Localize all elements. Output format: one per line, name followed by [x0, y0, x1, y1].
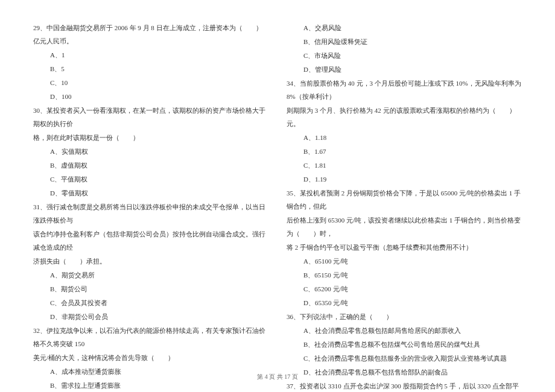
- q31-a: A、期货交易所: [33, 268, 268, 282]
- q35-a: A、65100 元/吨: [287, 254, 522, 268]
- q34-d: D、1.19: [287, 172, 522, 186]
- q33-c: C、市场风险: [287, 49, 522, 62]
- q36-a: A、社会消费品零售总额包括邮局售给居民的邮票收入: [287, 324, 522, 337]
- q34-b: B、1.67: [287, 145, 522, 158]
- q32-text1: 32、伊拉克战争以来，以石油为代表的能源价格持续走高，有关专家预计石油价格不久将…: [33, 324, 268, 350]
- page-footer: 第 4 页 共 17 页: [0, 373, 555, 381]
- q31-text3: 济损失由（ ）承担。: [33, 254, 268, 268]
- q34-a: A、1.18: [287, 131, 522, 144]
- q36-c: C、社会消费品零售总额包括服务业的营业收入期货从业资格考试真题: [287, 352, 522, 365]
- q31-d: D、非期货公司会员: [33, 310, 268, 323]
- q29-c: C、10: [33, 76, 268, 89]
- q30-b: B、虚值期权: [33, 159, 268, 172]
- q37-text1: 37、投资者以 3310 点开仓卖出沪深 300 股指期货合约 5 手，后以 3…: [287, 379, 522, 392]
- q34-c: C、1.81: [287, 159, 522, 172]
- right-column: A、交易风险 B、信用风险缓释凭证 C、市场风险 D、管理风险 34、当前股票价…: [287, 21, 522, 365]
- q34-text1: 34、当前股票价格为 40 元，3 个月后股价可能上涨或下跌 10%，无风险年利…: [287, 77, 522, 103]
- q35-b: B、65150 元/吨: [287, 268, 522, 282]
- q33-b: B、信用风险缓释凭证: [287, 35, 522, 48]
- q32-text2: 美元/桶的大关，这种情况将会首先导致（ ）: [33, 351, 268, 364]
- q30-text2: 格，则在此时该期权是一份（ ）: [33, 131, 268, 144]
- q30-c: C、平值期权: [33, 172, 268, 186]
- q36-b: B、社会消费品零售总额不包括煤气公司售给居民的煤气灶具: [287, 338, 522, 351]
- q31-text2: 该合约净持仓盈利客户（包括非期货公司会员）按持仓比例自动撮合成交。强行减仓造成的…: [33, 227, 268, 254]
- q31-text1: 31、强行减仓制度是交易所将当日以涨跌停板价申报的未成交平仓报单，以当日涨跌停板…: [33, 200, 268, 227]
- q30-text1: 30、某投资者买入一份看涨期权，在某一时点，该期权的标的资产市场价格大于期权的执…: [33, 104, 268, 130]
- q35-text3: 将 2 手铜合约平仓可以盈亏平衡（忽略手续费和其他费用不计）: [287, 241, 522, 254]
- q29-a: A、1: [33, 48, 268, 62]
- q29-d: D、100: [33, 90, 268, 103]
- q35-d: D、65350 元/吨: [287, 296, 522, 309]
- q35-text2: 后价格上涨到 65300 元/吨，该投资者继续以此价格卖出 1 手铜合约，则当价…: [287, 213, 522, 240]
- q29-b: B、5: [33, 62, 268, 75]
- q35-c: C、65200 元/吨: [287, 282, 522, 296]
- q36-text: 36、下列说法中，正确的是（ ）: [287, 310, 522, 323]
- q33-d: D、管理风险: [287, 63, 522, 76]
- left-column: 29、中国金融期货交易所于 2006 年 9 月 8 日在上海成立，注册资本为（…: [33, 21, 268, 365]
- q29-text: 29、中国金融期货交易所于 2006 年 9 月 8 日在上海成立，注册资本为（…: [33, 21, 268, 48]
- q31-b: B、期货公司: [33, 282, 268, 296]
- q30-d: D、零值期权: [33, 186, 268, 200]
- page-columns: 29、中国金融期货交易所于 2006 年 9 月 8 日在上海成立，注册资本为（…: [33, 21, 522, 365]
- q34-text2: 则期限为 3 个月、执行价格为 42 元的该股票欧式看涨期权的价格约为（ ）元。: [287, 104, 522, 130]
- q33-a: A、交易风险: [287, 21, 522, 34]
- q31-c: C、会员及其投资者: [33, 296, 268, 309]
- q35-text1: 35、某投机者预测 2 月份铜期货价格会下降，于是以 65000 元/吨的价格卖…: [287, 186, 522, 213]
- q30-a: A、实值期权: [33, 145, 268, 158]
